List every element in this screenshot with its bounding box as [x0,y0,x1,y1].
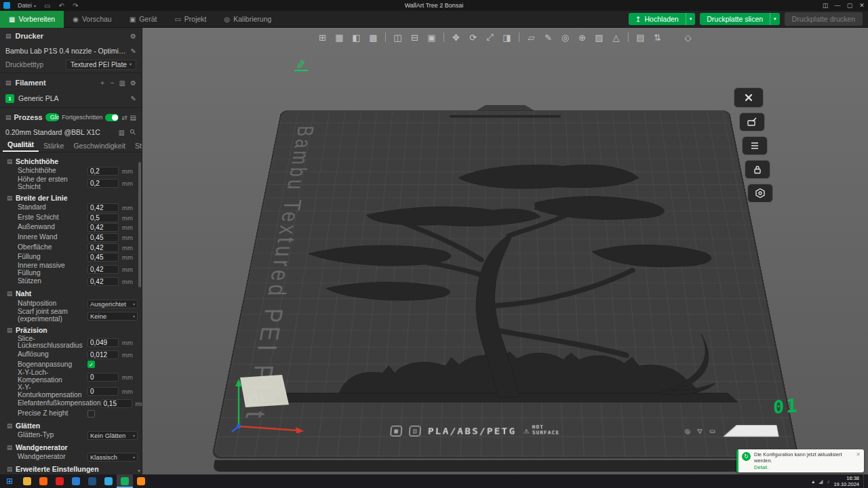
plate-parameters-button[interactable] [747,184,773,203]
plate-settings-button[interactable] [739,113,765,131]
setting-select[interactable]: Keine▾ [87,312,138,321]
process-preset-row[interactable]: 0.20mm Standard @BBL X1C ▥ [0,125,142,139]
flush-volumes-icon[interactable]: ▥ [119,79,125,87]
advanced-toggle[interactable] [105,114,119,121]
scale-icon[interactable]: ⤢ [483,30,497,44]
fill-plate-icon[interactable]: ▣ [425,30,439,44]
taskbar-app-explorer[interactable] [19,474,35,488]
setting-value-input[interactable]: 0,012 [87,350,119,359]
seam-painting-icon[interactable]: ⇅ [650,30,665,44]
move-icon[interactable]: ✥ [449,30,463,44]
taskbar-app-mail[interactable] [68,474,84,488]
settings-list-icon[interactable]: ▤ [130,114,136,121]
undo-icon[interactable]: ↶ [54,2,68,9]
setting-value-input[interactable]: 0,42 [87,223,119,232]
bed-type-select[interactable]: Textured PEI Plate ▾ [66,60,136,70]
tab-support[interactable]: Stützen [130,142,142,152]
tab-speed[interactable]: Geschwindigkeit [68,142,130,152]
support-paint-icon[interactable]: △ [609,30,623,44]
printer-edit-icon[interactable]: ✎ [131,47,136,55]
object-table-button[interactable] [742,136,768,155]
workspace-icon[interactable]: ◫ [819,2,831,9]
lay-flat-icon[interactable]: ▱ [524,30,538,44]
tab-prepare[interactable]: ▦ Vorbereiten [0,11,64,28]
notification-close-icon[interactable]: ✕ [856,451,861,458]
setting-value-input[interactable]: 0,45 [87,253,119,262]
print-plate-button[interactable]: Druckplatte drucken [785,12,863,26]
tab-quality[interactable]: Qualität [3,140,39,152]
remove-filament-icon[interactable]: − [111,79,115,87]
setting-select[interactable]: Kein Glätten▾ [87,431,138,440]
filament-settings-gear-icon[interactable]: ⚙ [130,79,136,87]
taskbar-app-orca[interactable] [133,474,149,488]
file-menu[interactable]: Datei ▾ [14,0,40,11]
setting-value-input[interactable]: 0,15 [101,399,132,408]
paint-icon[interactable]: ▨ [592,30,606,44]
axis-gizmo[interactable] [229,373,311,433]
show-desktop-button[interactable] [863,474,866,488]
tab-calibration[interactable]: ◎ Kalibrierung [216,11,281,28]
taskbar-app-bambu-studio[interactable] [117,474,133,488]
plate-type-icon[interactable]: ◫ [409,426,421,436]
compare-presets-icon[interactable]: ⇄ [121,114,127,121]
auto-orient-icon[interactable]: ◧ [349,30,363,44]
setting-select[interactable]: Ausgerichtet▾ [87,300,138,308]
tab-strength[interactable]: Stärke [39,142,68,152]
setting-value-input[interactable]: 0,5 [87,214,119,222]
redo-icon[interactable]: ↷ [68,2,82,9]
add-text-icon[interactable]: ✎ [541,30,555,44]
process-preset-value[interactable]: 0.20mm Standard @BBL X1C [5,128,115,136]
process-scope-switch[interactable]: Global Objekte [45,113,59,121]
start-button[interactable]: ⊞ [0,474,19,488]
tray-chevron-icon[interactable]: ▴ [812,479,814,485]
volume-icon[interactable]: ♪ [827,479,829,485]
split-to-parts-icon[interactable]: ⊟ [408,30,422,44]
tab-project[interactable]: ▭ Projekt [165,11,215,28]
filament-edit-icon[interactable]: ✎ [131,95,136,102]
bonsai-tree-model[interactable] [237,117,773,422]
printer-settings-gear-icon[interactable]: ⚙ [130,33,136,40]
setting-value-input[interactable]: 0 [87,373,119,382]
delete-plate-button[interactable] [734,87,764,108]
filament-slot-chip[interactable]: 1 [5,94,14,103]
split-to-objects-icon[interactable]: ◫ [391,30,405,44]
setting-value-input[interactable]: 0,42 [87,243,119,252]
printer-preset-row[interactable]: Bambu Lab P1S 0.4 nozzle - Optimiert ✎ [0,44,142,58]
custom-toolbar-icon[interactable]: ◇ [681,30,695,44]
taskbar-app-edge[interactable] [100,474,117,488]
setting-value-input[interactable]: 0,45 [87,233,119,242]
setting-value-input[interactable]: 0 [87,387,119,396]
slice-plate-button[interactable]: Druckplatte slicen ▾ [700,13,779,25]
filament-row[interactable]: 1 Generic PLA ✎ [0,91,142,106]
tab-device[interactable]: ▣ Gerät [121,11,166,28]
setting-checkbox[interactable] [87,410,95,418]
setting-value-input[interactable]: 0,42 [87,277,119,286]
upload-button[interactable]: ↥ Hochladen ▾ [629,13,696,25]
setting-select[interactable]: Klassisch▾ [87,453,138,462]
plate-grid-icon[interactable]: ▦ [390,426,402,436]
minimize-button[interactable]: — [831,2,844,9]
arrange-icon[interactable]: ▩ [366,30,380,44]
setting-value-input[interactable]: 0,2 [87,167,119,176]
add-filament-icon[interactable]: ＋ [99,78,106,87]
preset-box-icon[interactable]: ▥ [119,129,125,136]
setting-checkbox[interactable]: ✓ [87,361,95,368]
setting-value-input[interactable]: 0,42 [87,265,119,274]
setting-value-input[interactable]: 0,2 [87,179,119,188]
close-button[interactable]: ✕ [856,2,868,9]
viewport-3d[interactable]: ⊞▦◧▩◫⊟▣✥⟳⤢◨▱✎◎⊕▨△▤⇅◇ Bambu Textured PEI … [142,28,868,474]
upload-caret[interactable]: ▾ [686,13,696,25]
network-icon[interactable]: ◢ [818,479,823,485]
rotate-icon[interactable]: ⟳ [466,30,480,44]
tab-preview[interactable]: ◉ Vorschau [64,11,121,28]
maximize-button[interactable]: ▢ [844,2,856,9]
taskbar-app-opera[interactable] [52,474,68,488]
scope-global[interactable]: Global [45,113,59,121]
search-icon[interactable] [130,129,136,136]
settings-scrollbar[interactable] [138,162,141,465]
variable-layer-height-icon[interactable]: ▤ [633,30,648,44]
notification-detail-link[interactable]: Detail. [754,464,852,470]
printer-preset-value[interactable]: Bambu Lab P1S 0.4 nozzle - Optimiert [5,47,127,55]
setting-value-input[interactable]: 0,049 [87,338,119,347]
filament-name[interactable]: Generic PLA [18,94,127,102]
